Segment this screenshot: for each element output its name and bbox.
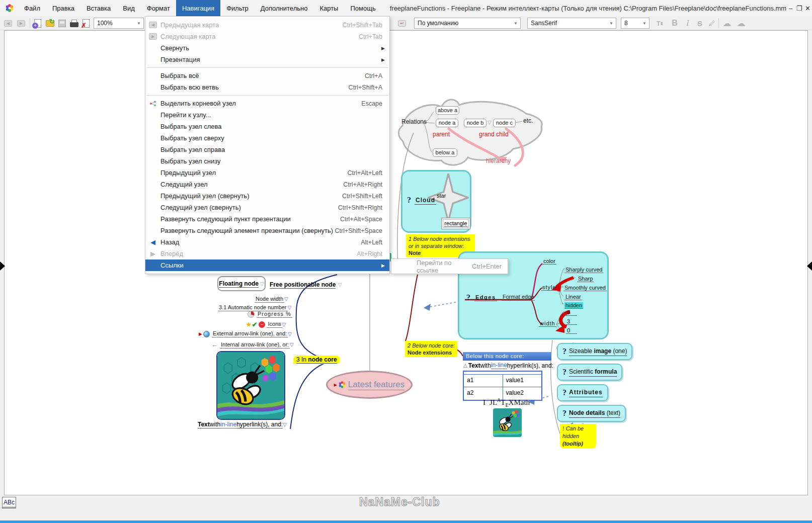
jlatexmath-formula: I♡JLATEXMath <box>483 397 530 408</box>
in-line-link[interactable]: in-line <box>491 362 507 369</box>
node-a[interactable]: node a <box>436 119 458 127</box>
menu-item-previous-node[interactable]: Предыдущий узелCtrl+Alt+Left <box>145 167 389 179</box>
collapse-triangle-icon[interactable]: ▽ <box>260 281 264 287</box>
small-bee-image[interactable] <box>493 408 522 437</box>
width-8-node[interactable]: 8 <box>566 309 577 316</box>
grand-child-relation-label: grand child <box>479 131 509 138</box>
sharp-node[interactable]: Sharp <box>577 276 594 282</box>
collapse-triangle-icon[interactable]: ▽ <box>282 322 286 327</box>
left-edge-marker-icon[interactable] <box>0 262 5 271</box>
hidden-node[interactable]: hidden <box>564 302 583 309</box>
red-arrow-icon: ▶ <box>334 383 337 387</box>
help-icon: ? <box>407 196 414 205</box>
text-hyperlink-node[interactable]: Text with in-line hyperlink(s), and: ▽ <box>198 421 287 428</box>
star-label: star <box>437 193 446 199</box>
menu-item-select-up[interactable]: Выбрать узел сверху <box>145 132 389 144</box>
parent-relation-label: parent <box>433 131 450 138</box>
above-a-node[interactable]: above a <box>436 106 459 115</box>
menu-item-next-node[interactable]: Следущий узелCtrl+Alt+Right <box>145 179 389 190</box>
in-line-link[interactable]: in-line <box>220 421 236 428</box>
scientific-formula-chip[interactable]: ? Scientific formula <box>557 364 622 381</box>
help-icon: ? <box>562 347 566 356</box>
node-width-node[interactable]: Node width▽ <box>255 294 288 303</box>
below-core-text-node[interactable]: △ Text with in-line hyperlink(s), and: <box>463 362 553 369</box>
below-core-header[interactable]: Below this node core: <box>463 352 551 361</box>
submenu-arrow-icon: ▶ <box>381 263 389 268</box>
collapse-triangle-icon[interactable]: ▽ <box>288 331 292 337</box>
relations-node[interactable]: Relations <box>400 118 428 126</box>
menu-item-next-map[interactable]: ▶ Следующая картаCtrl+Tab <box>145 31 389 42</box>
globe-icon <box>203 331 210 337</box>
hierarchy-label: hierarchy <box>486 157 511 164</box>
bee-image[interactable] <box>216 351 285 420</box>
menu-item-select-left[interactable]: Выбрать узел слева <box>145 121 389 132</box>
collapse-triangle-icon[interactable]: ▽ <box>283 422 287 427</box>
freeplane-logo-icon <box>338 381 346 389</box>
latest-features-link[interactable]: Latest features <box>348 380 404 390</box>
external-arrow-link-node[interactable]: ▶ External arrow-link (one), and: ▽ <box>199 330 292 337</box>
internal-arrow-link-node[interactable]: ← Internal arrow-link (one), or: ▽ <box>211 341 294 348</box>
etc-label: etc. <box>522 117 534 125</box>
menu-item-goto-node[interactable]: Перейти к узлу... <box>145 109 389 121</box>
collapse-triangle-icon[interactable]: ▽ <box>290 342 294 347</box>
latest-features-node[interactable]: ▶ Latest features <box>326 371 413 399</box>
rectangle-node[interactable]: rectangle <box>441 218 470 229</box>
cloud-node[interactable]: Cloud <box>415 197 436 205</box>
check-icon: ✔ <box>252 321 258 328</box>
width-0-node[interactable]: 0 <box>566 327 577 334</box>
menu-item-unfold-next-presentation-item[interactable]: Развернуть следующий пункт презентацииCt… <box>145 213 389 225</box>
select-root-icon <box>149 101 157 107</box>
sizeable-image-chip[interactable]: ? Sizeable image (one) <box>557 343 632 360</box>
submenu-item-follow-link[interactable]: Перейти по ссылке <box>391 259 472 274</box>
attributes-chip[interactable]: ? Attributes <box>557 384 608 401</box>
collapse-triangle-icon[interactable]: ▽ <box>488 120 492 125</box>
menu-item-select-right[interactable]: Выбрать узел справа <box>145 144 389 155</box>
menu-item-presentation[interactable]: Презентация▶ <box>145 54 389 65</box>
node-details-chip[interactable]: ? Node details (text) <box>557 405 626 422</box>
floating-node[interactable]: Floating node ▽ <box>217 276 266 291</box>
linear-node[interactable]: Linear <box>564 294 582 300</box>
cloud-demo-box[interactable]: ? Cloud star rectangle <box>401 170 471 233</box>
below-a-node[interactable]: below a <box>433 148 457 157</box>
progress-node[interactable]: Progress % <box>248 311 292 318</box>
menu-item-select-root[interactable]: Выделить корневой узелEscape <box>145 98 389 109</box>
edges-node[interactable]: Edges <box>474 294 497 301</box>
menu-item-select-branch[interactable]: Выбрать всю ветвьCtrl+Shift+A <box>145 81 389 93</box>
fold-marker-icon[interactable]: △ <box>463 363 467 368</box>
menu-item-next-node-fold[interactable]: Следущий узел (свернуть)Ctrl+Shift+Right <box>145 202 389 213</box>
back-icon: ◀ <box>150 238 155 246</box>
table-row[interactable]: a1 value1 <box>464 375 541 387</box>
menu-item-select-all[interactable]: Выбрать всёCtrl+A <box>145 70 389 81</box>
edge-width-node[interactable]: width <box>539 320 556 327</box>
links-submenu: Перейти по ссылке Ctrl+Enter <box>391 258 508 274</box>
edge-style-node[interactable]: style <box>541 284 557 291</box>
red-arrow-icon: ▶ <box>199 331 202 336</box>
sharply-curved-node[interactable]: Sharply curved <box>564 267 603 273</box>
collapse-triangle-icon[interactable]: ▽ <box>284 296 288 302</box>
right-edge-marker-icon[interactable] <box>807 262 812 271</box>
collapse-triangle-icon[interactable]: ▽ <box>338 282 342 288</box>
menu-item-back[interactable]: ◀ НазадAlt+Left <box>145 236 389 248</box>
menu-item-links[interactable]: Ссылки▶ <box>145 259 389 271</box>
in-node-core-chip[interactable]: 3 In node core <box>293 356 340 364</box>
menu-item-previous-node-fold[interactable]: Предыдущий узел (свернуть)Ctrl+Shift+Lef… <box>145 190 389 202</box>
smoothly-curved-node[interactable]: Smoothly curved <box>563 285 607 291</box>
menu-item-fold[interactable]: Свернуть▶ <box>145 42 389 54</box>
note-below-core: 2 Below node core: Node extensions <box>405 341 457 357</box>
menu-item-forward[interactable]: ▶ ВперёдAlt+Right <box>145 248 389 259</box>
icons-node[interactable]: ★ ✔ − Icons ▽ <box>246 320 286 328</box>
star-icon: ★ <box>246 320 252 328</box>
menu-item-select-down[interactable]: Выбрать узел снизу <box>145 155 389 167</box>
node-b[interactable]: node b <box>464 119 486 127</box>
minus-icon: − <box>259 321 265 328</box>
format-edge-node[interactable]: Format edge <box>502 294 535 301</box>
width-3-node[interactable]: 3 <box>566 318 577 325</box>
collapse-triangle-icon[interactable]: ▽ <box>288 305 292 310</box>
auto-number-node[interactable]: 3.1 Automatic node number▽ <box>218 302 291 311</box>
node-c[interactable]: node c <box>493 119 516 127</box>
menu-item-previous-map[interactable]: ◀ Предыдущая картаCtrl+Shift+Tab <box>145 19 389 31</box>
free-positionable-node[interactable]: Free positionable node ▽ <box>270 280 342 289</box>
edge-color-node[interactable]: color <box>542 258 556 265</box>
menu-item-unfold-next-presentation-element[interactable]: Развернуть следующий элемент презентации… <box>145 225 389 236</box>
attributes-table[interactable]: a1 value1 a2 value2 <box>463 371 542 401</box>
